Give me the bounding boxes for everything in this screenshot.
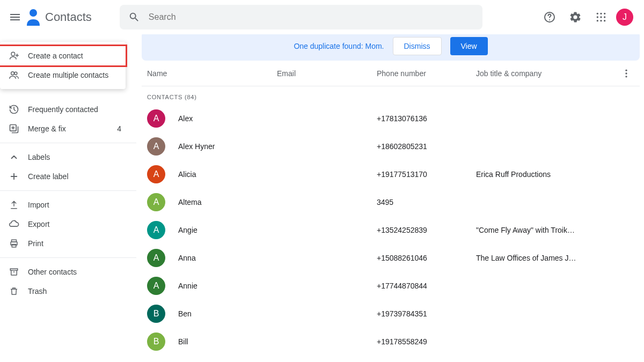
- sidebar-import[interactable]: Import: [0, 195, 130, 215]
- account-avatar[interactable]: J: [616, 9, 633, 26]
- contact-avatar: A: [147, 193, 165, 211]
- apps-button[interactable]: [590, 6, 612, 28]
- contact-row[interactable]: A Angie +13524252839 "Come Fly Away" wit…: [142, 216, 640, 244]
- sidebar-merge-fix-count: 4: [117, 124, 121, 133]
- sidebar-frequently-contacted[interactable]: Frequently contacted: [0, 100, 130, 119]
- sidebar-trash[interactable]: Trash: [0, 282, 130, 301]
- trash-icon: [9, 286, 19, 296]
- banner-text: One duplicate found: Mom.: [294, 42, 384, 50]
- contact-row[interactable]: A Annie +17744870844: [142, 272, 640, 300]
- contact-avatar: B: [147, 305, 165, 323]
- view-button[interactable]: View: [450, 37, 488, 55]
- settings-button[interactable]: [565, 6, 586, 28]
- duplicate-banner: One duplicate found: Mom. Dismiss View: [142, 34, 640, 61]
- svg-point-6: [597, 16, 598, 18]
- contact-phone: +19177513170: [377, 170, 476, 179]
- apps-grid-icon: [596, 12, 606, 23]
- contact-avatar: A: [147, 249, 165, 267]
- sidebar-labels-header[interactable]: Labels: [0, 147, 130, 167]
- contact-phone: +17813076136: [377, 114, 476, 123]
- contact-phone: +19739784351: [377, 309, 476, 318]
- main-menu-button[interactable]: [4, 6, 26, 28]
- person-add-icon: [9, 50, 19, 61]
- archive-icon: [9, 267, 19, 277]
- more-vert-icon: [621, 68, 632, 79]
- help-icon: [543, 11, 556, 24]
- chevron-up-icon: [9, 152, 19, 162]
- sidebar-other-contacts[interactable]: Other contacts: [0, 262, 130, 282]
- gear-icon: [569, 11, 582, 24]
- svg-point-0: [30, 9, 37, 17]
- contact-row[interactable]: A Alicia +19177513170 Erica Ruff Product…: [142, 160, 640, 188]
- contact-row[interactable]: A Alex Hyner +18602805231: [142, 132, 640, 160]
- sidebar-print-label: Print: [28, 239, 43, 248]
- create-a-contact-label: Create a contact: [28, 51, 83, 60]
- contact-phone: +15088261046: [377, 254, 476, 262]
- sidebar-other-contacts-label: Other contacts: [28, 268, 77, 276]
- sidebar-merge-fix[interactable]: Merge & fix 4: [0, 119, 130, 138]
- create-a-contact-item[interactable]: Create a contact: [0, 46, 126, 65]
- svg-point-12: [11, 52, 15, 56]
- contact-row[interactable]: A Altema 3495: [142, 188, 640, 216]
- contact-name: Annie: [178, 282, 277, 290]
- contact-avatar: A: [147, 165, 165, 183]
- svg-point-8: [604, 16, 605, 18]
- merge-icon: [9, 123, 19, 134]
- print-icon: [9, 239, 19, 248]
- sidebar-create-label-label: Create label: [28, 172, 69, 181]
- dismiss-button[interactable]: Dismiss: [393, 37, 442, 55]
- create-multiple-contacts-label: Create multiple contacts: [28, 71, 108, 79]
- contact-job: The Law Offices of James J…: [476, 254, 634, 262]
- search-bar[interactable]: [120, 5, 482, 29]
- svg-point-3: [597, 13, 598, 14]
- contact-row[interactable]: B Ben +19739784351: [142, 300, 640, 328]
- hamburger-icon: [9, 11, 21, 24]
- contact-phone: +17744870844: [377, 282, 476, 290]
- create-multiple-contacts-item[interactable]: Create multiple contacts: [0, 65, 126, 85]
- svg-point-13: [11, 72, 14, 75]
- sidebar-import-label: Import: [28, 201, 49, 209]
- history-icon: [9, 104, 19, 115]
- contact-job: Erica Ruff Productions: [476, 170, 634, 179]
- contact-avatar: A: [147, 109, 165, 128]
- contact-name: Alex: [178, 114, 277, 123]
- contact-row[interactable]: B Bill +19178558249: [142, 328, 640, 356]
- sidebar-print[interactable]: Print: [0, 234, 130, 253]
- search-icon: [128, 11, 140, 23]
- contact-avatar: B: [147, 333, 165, 351]
- svg-point-21: [625, 72, 627, 74]
- svg-point-5: [604, 13, 605, 14]
- contact-row[interactable]: A Alex +17813076136: [142, 105, 640, 132]
- contact-phone: +13524252839: [377, 226, 476, 234]
- help-button[interactable]: [539, 6, 560, 28]
- contact-name: Alicia: [178, 170, 277, 179]
- contact-row[interactable]: A Anna +15088261046 The Law Offices of J…: [142, 244, 640, 272]
- svg-point-10: [600, 20, 602, 21]
- plus-icon: [9, 172, 19, 181]
- search-input[interactable]: [149, 12, 474, 22]
- sidebar-export[interactable]: Export: [0, 215, 130, 234]
- column-job: Job title & company: [476, 69, 618, 78]
- column-options-button[interactable]: [618, 63, 634, 84]
- contacts-logo-icon: [26, 8, 41, 27]
- table-header: Name Email Phone number Job title & comp…: [142, 61, 640, 86]
- sidebar-export-label: Export: [28, 220, 49, 228]
- svg-point-20: [625, 69, 627, 71]
- sidebar: Create a contact Create multiple contact…: [0, 34, 136, 362]
- contacts-list: A Alex +17813076136 A Alex Hyner +186028…: [142, 105, 640, 356]
- contact-name: Alex Hyner: [178, 142, 277, 151]
- contact-avatar: A: [147, 221, 165, 239]
- divider: [0, 143, 136, 143]
- sidebar-create-label[interactable]: Create label: [0, 167, 130, 186]
- app-logo: Contacts: [26, 8, 92, 27]
- contact-job: "Come Fly Away" with Troik…: [476, 226, 634, 234]
- contact-name: Bill: [178, 337, 277, 346]
- svg-point-7: [600, 16, 602, 18]
- app-title: Contacts: [45, 10, 92, 24]
- contact-avatar: A: [147, 277, 165, 295]
- contact-name: Anna: [178, 254, 277, 262]
- contact-avatar: A: [147, 137, 165, 156]
- contacts-section-label: CONTACTS (84): [142, 86, 640, 105]
- column-phone: Phone number: [377, 69, 476, 78]
- svg-point-9: [597, 20, 598, 21]
